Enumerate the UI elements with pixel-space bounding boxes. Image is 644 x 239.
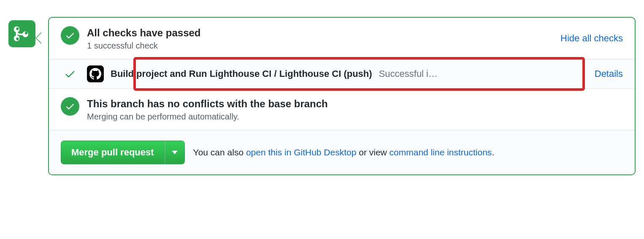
check-status (61, 68, 79, 80)
check-icon (65, 101, 75, 111)
merge-button-group: Merge pull request (61, 141, 185, 164)
cli-instructions-link[interactable]: command line instructions (390, 147, 492, 157)
check-result: Successful i… (379, 68, 586, 79)
check-row: Build project and Run Lighthouse CI / Li… (49, 60, 635, 88)
checks-subtitle: 1 successful check (87, 41, 560, 51)
merge-help-mid: or view (356, 147, 389, 157)
github-actions-avatar (87, 65, 104, 82)
check-icon (65, 30, 75, 41)
check-icon (64, 68, 76, 80)
merge-status-container: All checks have passed 1 successful chec… (8, 17, 636, 175)
conflicts-subtitle: Merging can be performed automatically. (87, 112, 623, 122)
check-name: Build project and Run Lighthouse CI / Li… (111, 68, 372, 79)
merge-help-prefix: You can also (193, 147, 246, 157)
merge-dropdown-button[interactable] (165, 141, 185, 164)
toggle-checks-link[interactable]: Hide all checks (560, 33, 623, 44)
open-desktop-link[interactable]: open this in GitHub Desktop (246, 147, 356, 157)
conflicts-section: This branch has no conflicts with the ba… (49, 89, 635, 130)
conflicts-status-badge (61, 97, 79, 116)
merge-help-suffix: . (492, 147, 494, 157)
git-merge-icon (14, 25, 30, 42)
merge-actions: Merge pull request You can also open thi… (49, 130, 635, 174)
timeline-merge-badge (8, 20, 35, 47)
merge-help-text: You can also open this in GitHub Desktop… (193, 147, 495, 158)
merge-box: All checks have passed 1 successful chec… (48, 17, 636, 175)
checks-summary-body: All checks have passed 1 successful chec… (87, 26, 560, 51)
checks-status-badge (61, 26, 79, 45)
check-details-link[interactable]: Details (595, 68, 623, 79)
conflicts-title: This branch has no conflicts with the ba… (87, 97, 623, 110)
checks-title: All checks have passed (87, 26, 560, 39)
checks-summary-section: All checks have passed 1 successful chec… (49, 18, 635, 59)
caret-down-icon (172, 150, 178, 155)
checks-list: Build project and Run Lighthouse CI / Li… (49, 59, 635, 89)
github-icon (89, 68, 101, 80)
merge-pull-request-button[interactable]: Merge pull request (61, 141, 165, 164)
conflicts-body: This branch has no conflicts with the ba… (87, 97, 623, 122)
